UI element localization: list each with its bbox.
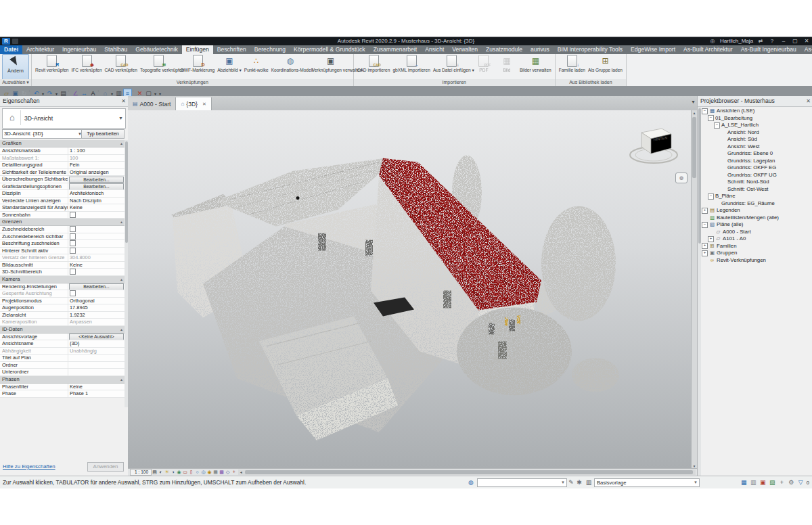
editable-only-icon[interactable]: ✎ <box>567 478 575 486</box>
displacement-icon[interactable]: ◇ <box>225 469 231 476</box>
rendering-dialog-icon[interactable]: ◉ <box>176 469 182 476</box>
element-selector-dropdown[interactable]: 3D-Ansicht: {3D} ▼ <box>2 129 83 139</box>
view-tab-list-icon[interactable]: ▼ <box>691 99 696 104</box>
viewcube[interactable]: HINTEN <box>627 124 681 168</box>
ribbon-tab-architektur[interactable]: Architektur <box>22 45 58 54</box>
checkbox[interactable] <box>70 240 76 246</box>
tree-item-a000-start[interactable]: ▱A000 - Start <box>702 229 812 236</box>
ribbon-tab-körpermodell-grundstück[interactable]: Körpermodell & Grundstück <box>290 45 369 54</box>
tree-item-grundriss-lageplan[interactable]: Grundriss: Lageplan <box>702 158 812 165</box>
view-tab-3d[interactable]: ⌂{3D}✕ <box>176 97 211 111</box>
signed-in-user[interactable]: Hartlich_Maja <box>720 37 753 45</box>
property-value[interactable]: 1 : 100 <box>68 147 125 154</box>
temporary-hide-isolate-icon[interactable]: ◎ <box>200 469 206 476</box>
filter-icon[interactable]: ▽ <box>797 478 805 486</box>
tree-item-ansicht-süd[interactable]: Ansicht: Süd <box>702 136 812 143</box>
ribbon-tab-stahlbau[interactable]: Stahlbau <box>100 45 131 54</box>
property-section-phasen[interactable]: Phasen▴ <box>0 376 125 384</box>
expander-icon[interactable]: − <box>708 193 714 200</box>
crop-view-icon[interactable]: ▭ <box>182 469 188 476</box>
property-value[interactable]: 17.8945 <box>68 304 125 311</box>
scroll-left-icon[interactable]: ◄ <box>238 470 244 475</box>
tree-item-revit-verknüpfungen[interactable]: ∞Revit-Verknüpfungen <box>702 257 812 265</box>
collapse-icon[interactable]: ▴ <box>120 376 122 383</box>
verknüpfungen-verwalten-button[interactable]: ▣Verknüpfungen verwalten <box>311 54 351 72</box>
property-value[interactable]: {3D} <box>68 340 125 347</box>
ribbon-tab-as-built-ingenieurbau[interactable]: As-Built Ingenieurbau <box>737 45 800 54</box>
close-button[interactable]: ✕ <box>803 37 811 45</box>
tree-item-ansicht-nord[interactable]: Ansicht: Nord <box>702 129 812 137</box>
type-selector-dropdown-icon[interactable]: ▼ <box>118 109 123 128</box>
property-section-kamera[interactable]: Kamera▴ <box>0 276 125 283</box>
aus-datei-einfügen-button[interactable]: ↓Aus Datei einfügen ▾ <box>432 54 472 72</box>
property-value[interactable] <box>68 240 125 247</box>
tree-item-01-bearbeitung[interactable]: −01_Bearbeitung <box>702 115 812 122</box>
expander-icon[interactable]: − <box>702 108 708 114</box>
checkbox[interactable] <box>70 290 76 296</box>
expander-icon[interactable]: − <box>714 122 720 129</box>
property-value[interactable]: <Keine Auswahl> <box>68 334 125 340</box>
horizontal-scrollbar[interactable]: ◄ <box>238 470 696 475</box>
tree-item-legenden[interactable]: +▤Legenden <box>702 207 812 214</box>
property-value[interactable]: 1.9232 <box>68 312 125 319</box>
ribbon-tab-beschriften[interactable]: Beschriften <box>213 45 250 54</box>
keine-auswahl-button[interactable]: <Keine Auswahl> <box>69 334 124 340</box>
koordinations-modell-button[interactable]: ◍Koordinations-Modell <box>270 54 311 72</box>
cad-verknüpfen-button[interactable]: CADCAD verknüpfen <box>104 54 139 72</box>
tree-item-gruppen[interactable]: +▣Gruppen <box>702 250 812 257</box>
property-value[interactable]: Unabhängig <box>68 348 125 355</box>
close-project-browser-icon[interactable]: ✕ <box>806 96 811 106</box>
property-value[interactable]: Fein <box>68 162 125 168</box>
ribbon-tab-ansicht[interactable]: Ansicht <box>421 45 448 54</box>
tree-item-a101-a0[interactable]: +▱A101 - A0 <box>702 235 812 243</box>
cad-importieren-button[interactable]: CADCAD importieren <box>356 54 392 72</box>
close-properties-icon[interactable]: ✕ <box>121 96 126 106</box>
collapse-icon[interactable]: ▴ <box>120 219 122 225</box>
property-value[interactable]: Keine <box>68 384 125 390</box>
ribbon-tab-zusatzmodule[interactable]: Zusatzmodule <box>482 45 526 54</box>
checkbox[interactable] <box>70 226 76 232</box>
ribbon-tab-gebäudetechnik[interactable]: Gebäudetechnik <box>131 45 182 54</box>
expander-icon[interactable]: + <box>708 236 714 242</box>
visual-style-icon[interactable]: ◐ <box>158 469 164 476</box>
search-icon[interactable]: ◎ <box>708 37 717 45</box>
ribbon-tab-verwalten[interactable]: Verwalten <box>448 45 482 54</box>
crop-region-icon[interactable]: ▯ <box>188 469 194 476</box>
tree-item-grundriss-ebene-0[interactable]: Grundriss: Ebene 0 <box>702 150 812 158</box>
property-value[interactable]: Bearbeiten... <box>68 283 125 290</box>
bearbeiten-button[interactable]: Bearbeiten... <box>69 183 124 189</box>
background-processes-icon[interactable]: ⚙ <box>788 478 795 486</box>
browser-scrollbar[interactable] <box>698 107 701 476</box>
close-view-tab-icon[interactable]: ✕ <box>202 101 206 107</box>
property-value[interactable]: Architektonisch <box>68 190 125 197</box>
tree-item-ansichten-lse[interactable]: −▦Ansichten (LSE) <box>702 108 812 115</box>
property-value[interactable] <box>68 290 125 297</box>
property-value[interactable]: Orthogonal <box>68 298 125 304</box>
expander-icon[interactable]: + <box>702 208 708 214</box>
apply-button[interactable]: Anwenden <box>87 462 124 472</box>
worksets-icon[interactable]: ◍ <box>467 478 475 486</box>
ribbon-tab-as-built-gebäudetechnik[interactable]: As-Built Gebäudetechnik <box>800 45 812 54</box>
detail-level-icon[interactable]: ▤ <box>152 469 158 476</box>
shadows-icon[interactable]: ◑ <box>170 469 176 476</box>
ribbon-tab-ingenieurbau[interactable]: Ingenieurbau <box>58 45 100 54</box>
property-value[interactable]: 100 <box>68 155 125 162</box>
type-selector[interactable]: ⌂ 3D-Ansicht ▼ <box>2 108 126 129</box>
bilder-verwalten-button[interactable]: ▦Bilder verwalten <box>518 54 553 72</box>
ribbon-tab-zusammenarbeit[interactable]: Zusammenarbeit <box>369 45 421 54</box>
ribbon-tab-datei[interactable]: Datei <box>0 45 22 54</box>
property-section-grenzen[interactable]: Grenzen▴ <box>0 219 125 226</box>
expander-icon[interactable]: + <box>702 243 708 249</box>
expander-icon[interactable]: + <box>702 250 708 256</box>
tree-item-a-lse-hartlich[interactable]: −A_LSE_Hartlich <box>702 122 812 129</box>
ribbon-tab-bim-interoperability-tools[interactable]: BIM Interoperability Tools <box>554 45 627 54</box>
bild-button[interactable]: ▦Bild <box>495 54 518 72</box>
property-value[interactable]: 304.8000 <box>68 254 125 261</box>
property-value[interactable] <box>68 269 125 275</box>
checkbox[interactable] <box>70 248 76 254</box>
scroll-up-icon[interactable]: ▲ <box>692 110 697 116</box>
ribbon-tab-as-built-architektur[interactable]: As-Built Architektur <box>679 45 737 54</box>
tree-item-familien[interactable]: +⊞Familien <box>702 243 812 250</box>
restore-button[interactable]: ▢ <box>791 37 799 45</box>
select-links-toggle[interactable]: ▦ <box>740 478 748 486</box>
